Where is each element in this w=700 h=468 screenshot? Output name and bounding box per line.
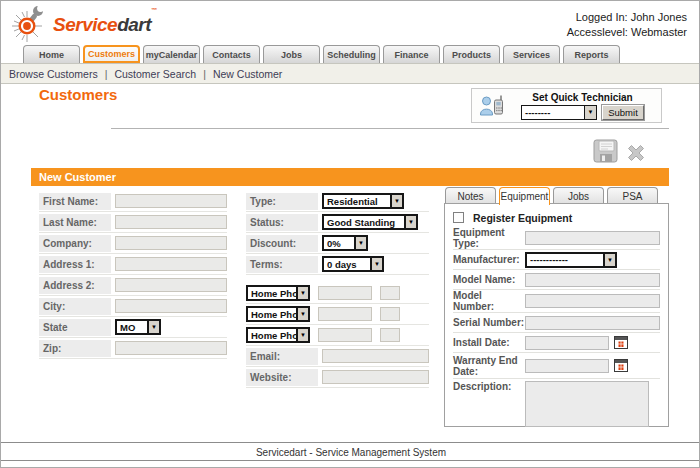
tab-services[interactable]: Services <box>503 45 560 63</box>
address2-row: Address 2: <box>39 275 227 296</box>
phone-ext-input-1[interactable] <box>380 286 400 300</box>
logo-word-dart: dart <box>117 14 151 35</box>
email-row: Email: <box>246 346 429 367</box>
phone-number-input-1[interactable] <box>318 286 372 300</box>
quick-technician-select[interactable]: -------- ▼ <box>521 105 597 120</box>
address1-input[interactable] <box>115 257 227 271</box>
phone-type-select-2[interactable]: Home Phone ▼ <box>246 306 310 322</box>
model-number-label: Model Number: <box>453 290 525 312</box>
select-arrow-icon: ▼ <box>147 321 159 333</box>
zip-input[interactable] <box>115 341 227 355</box>
last-name-label: Last Name: <box>39 214 111 231</box>
customer-detail-fields: Type: Residential ▼ Status: Good Standin… <box>246 191 429 388</box>
install-date-row: Install Date: <box>453 333 660 353</box>
warranty-end-date-label: Warranty End Date: <box>453 355 525 377</box>
address1-row: Address 1: <box>39 254 227 275</box>
company-input[interactable] <box>115 236 227 250</box>
tab-products[interactable]: Products <box>443 45 500 63</box>
tab-home[interactable]: Home <box>23 45 80 63</box>
discount-select[interactable]: 0% ▼ <box>322 235 368 251</box>
tab-contacts[interactable]: Contacts <box>203 45 260 63</box>
type-select[interactable]: Residential ▼ <box>322 193 404 209</box>
subnav-new-customer-link[interactable]: New Customer <box>213 68 282 80</box>
select-arrow-icon: ▼ <box>603 254 615 266</box>
close-icon[interactable] <box>622 139 650 168</box>
customers-subnav: Browse Customers | Customer Search | New… <box>1 63 700 84</box>
model-name-input[interactable] <box>525 273 660 287</box>
first-name-input[interactable] <box>115 194 227 208</box>
manufacturer-select[interactable]: ------------ ▼ <box>525 252 617 268</box>
servicedart-app-window: Servicedart™ Logged In: John Jones Acces… <box>0 0 700 468</box>
tab-finance[interactable]: Finance <box>383 45 440 63</box>
tab-jobs[interactable]: Jobs <box>263 45 320 63</box>
subnav-browse-customers-link[interactable]: Browse Customers <box>9 68 98 80</box>
calendar-icon[interactable] <box>614 359 628 372</box>
terms-select[interactable]: 0 days ▼ <box>322 256 384 272</box>
discount-label: Discount: <box>246 235 318 252</box>
phone-type-select-1[interactable]: Home Phone ▼ <box>246 285 310 301</box>
main-nav-tabbar: Home Customers myCalendar Contacts Jobs … <box>23 45 620 63</box>
tab-psa[interactable]: PSA <box>607 187 658 204</box>
subnav-separator: | <box>203 68 206 80</box>
tab-equipment[interactable]: Equipment <box>499 187 550 205</box>
save-icon[interactable] <box>592 138 619 168</box>
tab-reports[interactable]: Reports <box>563 45 620 63</box>
warranty-end-date-input[interactable] <box>525 359 609 373</box>
model-name-label: Model Name: <box>453 274 525 285</box>
email-input[interactable] <box>322 349 429 363</box>
city-input[interactable] <box>115 299 227 313</box>
phone-number-input-2[interactable] <box>318 307 372 321</box>
equipment-type-input[interactable] <box>525 231 660 245</box>
last-name-input[interactable] <box>115 215 227 229</box>
discount-row: Discount: 0% ▼ <box>246 233 429 254</box>
servicedart-logo: Servicedart™ <box>9 4 157 46</box>
state-select[interactable]: MO ▼ <box>115 319 161 335</box>
select-arrow-icon: ▼ <box>404 216 416 228</box>
install-date-label: Install Date: <box>453 337 525 348</box>
equipment-panel: Register Equipment Equipment Type: Manuf… <box>444 203 669 427</box>
trademark-symbol: ™ <box>151 7 157 13</box>
logo-dart-wrench-icon <box>9 4 53 46</box>
first-name-row: First Name: <box>39 191 227 212</box>
description-textarea[interactable] <box>525 381 649 427</box>
website-label: Website: <box>246 369 318 386</box>
last-name-row: Last Name: <box>39 212 227 233</box>
tab-customers[interactable]: Customers <box>83 45 140 63</box>
phone-ext-input-3[interactable] <box>380 328 400 342</box>
footer-divider-top <box>1 442 700 443</box>
phone-number-input-3[interactable] <box>318 328 372 342</box>
phone-type-select-3[interactable]: Home Phone ▼ <box>246 327 310 343</box>
set-quick-technician-label: Set Quick Technician <box>508 92 657 104</box>
serial-number-input[interactable] <box>525 316 660 330</box>
register-equipment-label: Register Equipment <box>473 212 572 224</box>
tab-mycalendar[interactable]: myCalendar <box>143 45 200 63</box>
install-date-input[interactable] <box>525 336 609 350</box>
terms-row: Terms: 0 days ▼ <box>246 254 429 275</box>
equipment-panel-tabs: Notes Equipment Jobs PSA <box>445 187 658 204</box>
state-label: State <box>39 319 111 336</box>
first-name-label: First Name: <box>39 193 111 210</box>
calendar-icon[interactable] <box>614 336 628 349</box>
tab-notes[interactable]: Notes <box>445 187 496 204</box>
address2-input[interactable] <box>115 278 227 292</box>
submit-button[interactable]: Submit <box>602 105 644 120</box>
serial-number-label: Serial Number: <box>453 317 525 328</box>
footer-divider-bottom <box>1 460 700 461</box>
phone-ext-input-2[interactable] <box>380 307 400 321</box>
phone-row-3: Home Phone ▼ <box>246 325 429 346</box>
subnav-customer-search-link[interactable]: Customer Search <box>114 68 196 80</box>
equipment-type-row: Equipment Type: <box>453 227 660 250</box>
terms-label: Terms: <box>246 256 318 273</box>
customer-basic-fields: First Name: Last Name: Company: Address … <box>39 191 227 359</box>
equipment-type-label: Equipment Type: <box>453 227 525 249</box>
footer-text: Servicedart - Service Management System <box>1 447 700 458</box>
website-input[interactable] <box>322 370 429 384</box>
email-label: Email: <box>246 348 318 365</box>
model-number-input[interactable] <box>525 294 660 308</box>
tab-scheduling[interactable]: Scheduling <box>323 45 380 63</box>
city-row: City: <box>39 296 227 317</box>
tab-jobs-panel[interactable]: Jobs <box>553 187 604 204</box>
register-equipment-checkbox[interactable] <box>453 212 464 223</box>
serial-number-row: Serial Number: <box>453 313 660 333</box>
status-select[interactable]: Good Standing ▼ <box>322 214 418 230</box>
